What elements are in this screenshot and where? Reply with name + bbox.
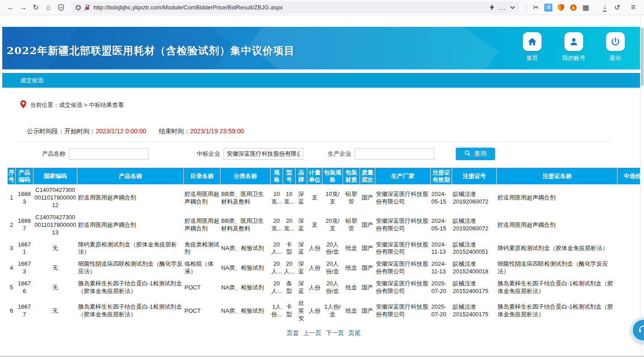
grid-extension-icon[interactable]: ▦ [580, 2, 592, 13]
cell-selected-price [618, 184, 641, 212]
cell-catalog-name: POCT [184, 278, 220, 298]
cell-quality-level: 国产 [360, 212, 375, 239]
back-icon[interactable]: ← [4, 2, 17, 13]
insecure-lock-icon[interactable] [84, 4, 90, 11]
col-header-product-code: 产品编码 [16, 168, 34, 184]
page-scrollbar[interactable] [640, 15, 644, 357]
cell-brand: 深蓝 [296, 184, 307, 212]
banner-actions: 首页 我的账号 退出 [523, 32, 625, 62]
cell-seq: 4 [8, 258, 16, 278]
col-header-cert-no: 注册证号 [452, 168, 497, 184]
undo-icon[interactable]: ↺ [611, 2, 623, 13]
cell-package-spec: 20人份/盒 [322, 239, 343, 259]
cell-product-code: 16673 [16, 258, 34, 278]
cell-cert-no: 皖械注准 20152400018 [452, 258, 497, 278]
cell-category-name: BB类、医用卫生材料及敷料 [220, 212, 271, 239]
table-row: 416673无细菌性阴道病四联检测试剂盒（酶化学反应法）临检组（体液）NA类、检… [8, 258, 641, 278]
account-nav-button[interactable]: 我的账号 [562, 32, 585, 62]
cell-selected-price [618, 239, 641, 259]
refresh-icon[interactable]: ↻ [30, 2, 42, 13]
cell-package-material: 铝塑管 [343, 212, 360, 239]
download-icon[interactable]: ↓ [598, 2, 611, 13]
results-table: 序号产品编码国家编码产品名称目录名称分类名称规格型号品牌计量单位包装规格包装材质… [7, 168, 640, 325]
nav-item-deal-candidates[interactable]: 成交候选 [20, 76, 43, 85]
manufacturer-label: 生产企业 [328, 150, 351, 158]
page-next-link[interactable]: 下一页 [326, 330, 344, 336]
forward-icon[interactable]: → [17, 2, 30, 13]
cell-cert-name: 细菌性阴道病四联检测试剂盒（酶化学反应法） [497, 258, 618, 278]
manufacturer-input[interactable] [355, 148, 434, 160]
cell-spec: 20人... [271, 239, 283, 259]
col-header-quality-level: 质量层次 [360, 168, 375, 184]
page-first-link[interactable]: 页首 [287, 330, 299, 336]
translate-extension-icon[interactable]: 译 [542, 2, 555, 13]
shield-extension-icon[interactable] [555, 2, 567, 13]
cell-product-code: 16663 [16, 184, 34, 212]
scrollbar-thumb[interactable] [641, 28, 644, 86]
logout-nav-label: 退出 [610, 54, 621, 62]
site-identity-icon[interactable] [76, 5, 81, 10]
cell-package-spec: 20克/支 [322, 212, 343, 239]
publicity-end-time: 2023/1/19 23:59:00 [190, 128, 244, 135]
cell-quality-level: 国产 [360, 258, 375, 278]
cell-product-name: 降钙素原检测试剂盒（胶体金免疫层析法） [77, 239, 184, 259]
query-button[interactable]: 查询 [456, 148, 495, 160]
page-title: 2022年新疆北部联盟医用耗材（含检验试剂）集中议价项目 [7, 44, 295, 58]
cell-spec: 20人... [271, 278, 283, 298]
main-content: 当前位置：成交候选 > 中标结果查看 公示时间段：开始时间：2023/1/12 … [2, 100, 640, 337]
site-banner: 2022年新疆北部联盟医用耗材（含检验试剂）集中议价项目 首页 我的账号 [2, 27, 640, 69]
cell-cert-expiry: 2024-11-13 [431, 239, 452, 259]
col-header-manufacturer: 生产厂家 [375, 168, 431, 184]
winning-company-input[interactable] [224, 148, 303, 160]
cell-catalog-name: POCT [184, 298, 220, 325]
chevron-down-icon[interactable] [510, 6, 515, 9]
cell-manufacturer: 安徽深蓝医疗科技股份有限公司 [375, 278, 431, 298]
cell-national-code: 无 [34, 239, 77, 259]
account-nav-label: 我的账号 [562, 54, 585, 62]
bookmark-check-icon[interactable] [55, 2, 67, 13]
location-pin-icon [20, 100, 26, 110]
product-name-input[interactable] [69, 148, 148, 160]
menu-icon[interactable]: ≡ [627, 2, 640, 13]
cell-national-code: C14070427300001101780000013 [34, 212, 77, 239]
cell-package-material: 纸盒 [343, 278, 360, 298]
logout-nav-button[interactable]: 退出 [606, 32, 625, 62]
col-header-national-code: 国家编码 [34, 168, 77, 184]
page-last-link[interactable]: 页尾 [348, 330, 360, 336]
table-row: 616677无胰岛素样生长因子结合蛋白-1检测试剂盒（胶体金免疫层析法）POCT… [8, 298, 641, 325]
fox-extension-icon[interactable] [567, 2, 580, 13]
cell-cert-no: 皖械注准 20192060072 [452, 184, 497, 212]
notice-divider [19, 141, 611, 142]
cell-product-name: 细菌性阴道病四联检测试剂盒（酶化学反应法） [77, 258, 184, 278]
winning-company-label: 中标企业 [197, 150, 220, 158]
url-bar[interactable]: http://bidxjbjhc.ylqxzb.com/Module/ComBi… [72, 2, 519, 13]
page-prev-link[interactable]: 上一页 [303, 330, 322, 336]
cell-cert-no: 皖械注准 20152400051 [452, 239, 497, 259]
cell-manufacturer: 安徽深蓝医疗科技股份有限公司 [375, 184, 431, 212]
cell-quality-level: 国产 [360, 239, 375, 259]
col-header-spec: 规格 [271, 168, 283, 184]
cell-category-name: NA类、检验试剂 [220, 278, 271, 298]
cell-product-code: 16667 [16, 212, 34, 239]
cell-seq: 5 [8, 278, 16, 298]
cell-unit: 人份 [307, 239, 322, 259]
search-form: 产品名称 中标企业 生产企业 查询 [7, 148, 640, 160]
cell-spec: 20克... [271, 212, 283, 239]
cell-model: 条型 [283, 278, 296, 298]
col-header-seq: 序号 [8, 168, 16, 184]
page-actions-icon[interactable]: … [498, 2, 507, 13]
col-header-package-spec: 包装规格 [322, 168, 343, 184]
lightning-icon[interactable] [490, 4, 495, 11]
cell-package-material: 纸盒 [343, 239, 360, 259]
cell-cert-no: 皖械注准 20152400175 [452, 278, 497, 298]
home-nav-button[interactable]: 首页 [523, 32, 542, 62]
col-header-model: 型号 [283, 168, 296, 184]
home-icon[interactable]: ⌂ [42, 2, 55, 13]
publicity-end-label: 结束时间： [159, 128, 190, 135]
cell-manufacturer: 安徽深蓝医疗科技股份有限公司 [375, 258, 431, 278]
cell-brand: 深蓝 [296, 258, 307, 278]
cell-package-material: 铝塑管 [343, 184, 360, 212]
cell-selected-price [618, 258, 641, 278]
cell-quality-level: 国产 [360, 298, 375, 325]
scissors-extension-icon[interactable]: ✂ [530, 2, 542, 13]
